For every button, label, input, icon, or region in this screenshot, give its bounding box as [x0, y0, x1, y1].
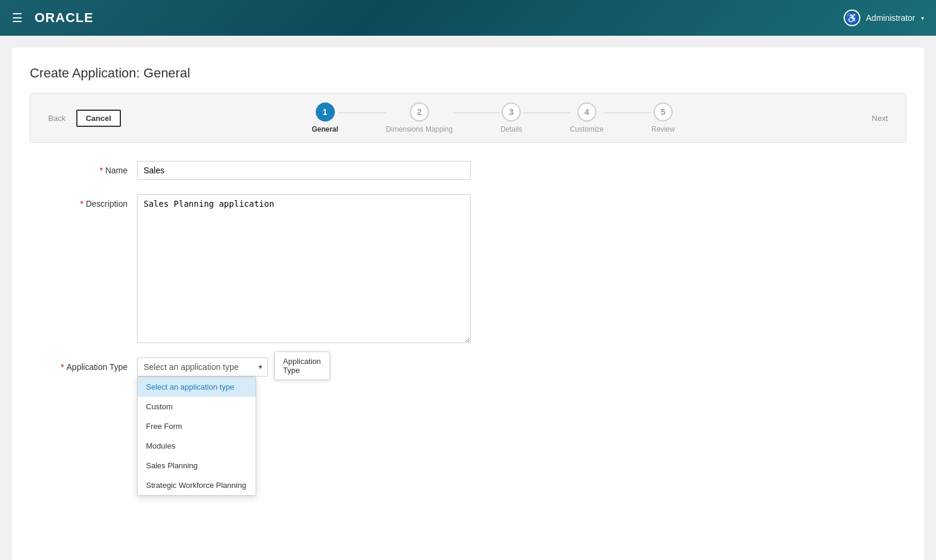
list-item-strategicworkforce[interactable]: Strategic Workforce Planning — [138, 475, 256, 495]
step-4-circle: 4 — [577, 102, 596, 122]
main-content: Create Application: General Back Cancel … — [12, 48, 924, 560]
application-type-dropdown-container: Select an application type Custom Free F… — [137, 357, 268, 377]
step-1-label: General — [312, 125, 338, 133]
name-label: *Name — [42, 161, 137, 175]
name-row: *Name — [42, 161, 894, 180]
name-input[interactable] — [137, 161, 471, 180]
step-connector-3 — [523, 113, 570, 113]
application-type-open-list: Select an application type Custom Free F… — [137, 377, 256, 496]
oracle-logo: ORACLE — [35, 10, 94, 26]
list-item-freeform[interactable]: Free Form — [138, 416, 256, 436]
application-type-dropdown-wrapper: Select an application type Custom Free F… — [137, 357, 268, 377]
description-row: *Description Sales Planning application — [42, 194, 894, 343]
step-1: 1 General — [312, 102, 338, 133]
user-dropdown-arrow-icon[interactable]: ▾ — [921, 15, 924, 21]
list-item-placeholder[interactable]: Select an application type — [138, 377, 256, 397]
step-3-label: Details — [500, 125, 523, 133]
step-4-label: Customize — [570, 125, 604, 133]
application-type-label: *Application Type — [42, 357, 137, 372]
back-button[interactable]: Back — [42, 110, 71, 127]
step-connector-2 — [453, 113, 500, 113]
hamburger-icon[interactable]: ☰ — [12, 11, 23, 25]
description-textarea[interactable]: Sales Planning application — [137, 194, 471, 343]
application-type-select[interactable]: Select an application type Custom Free F… — [137, 357, 268, 377]
list-item-salesplanning[interactable]: Sales Planning — [138, 456, 256, 475]
wizard-nav-buttons: Back Cancel — [42, 110, 121, 127]
application-type-tooltip: Application Type — [274, 351, 330, 380]
name-required-marker: * — [99, 166, 102, 175]
step-4: 4 Customize — [570, 102, 604, 133]
list-item-custom[interactable]: Custom — [138, 397, 256, 416]
step-2-circle: 2 — [410, 102, 429, 122]
topbar: ☰ ORACLE ♿ Administrator ▾ — [0, 0, 936, 36]
step-1-circle: 1 — [316, 102, 335, 122]
topbar-left: ☰ ORACLE — [12, 10, 94, 26]
step-5: 5 Review — [651, 102, 674, 133]
step-2: 2 Dimensions Mapping — [386, 102, 453, 133]
user-name-label: Administrator — [866, 13, 915, 23]
step-connector-4 — [604, 113, 651, 113]
step-2-label: Dimensions Mapping — [386, 125, 453, 133]
wizard-bar: Back Cancel 1 General 2 Dimensions Mappi… — [30, 93, 906, 143]
page-title: Create Application: General — [30, 66, 906, 81]
form-section: *Name *Description Sales Planning applic… — [30, 161, 906, 377]
step-3: 3 Details — [500, 102, 523, 133]
step-5-label: Review — [651, 125, 674, 133]
cancel-button[interactable]: Cancel — [76, 110, 121, 127]
step-5-circle: 5 — [654, 102, 673, 122]
description-label: *Description — [42, 194, 137, 209]
wizard-steps: 1 General 2 Dimensions Mapping 3 Details… — [121, 102, 866, 133]
list-item-modules[interactable]: Modules — [138, 436, 256, 456]
apptype-required-marker: * — [61, 362, 64, 372]
next-button[interactable]: Next — [866, 111, 894, 126]
description-required-marker: * — [80, 199, 83, 209]
step-3-circle: 3 — [502, 102, 521, 122]
application-type-row: *Application Type Select an application … — [42, 357, 894, 377]
step-connector-1 — [338, 113, 386, 113]
topbar-right: ♿ Administrator ▾ — [844, 10, 924, 26]
accessibility-icon[interactable]: ♿ — [844, 10, 860, 26]
